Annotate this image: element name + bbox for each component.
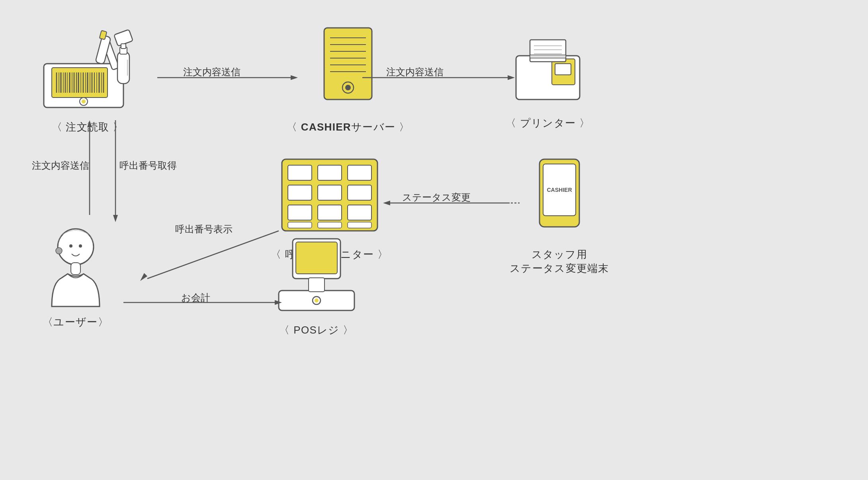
arrow-label-monitor-user: 呼出番号表示 (175, 223, 233, 236)
arrow-label-user-pos: お会計 (181, 291, 210, 304)
printer-label: 〈 プリンター 〉 (506, 116, 590, 130)
svg-line-89 (147, 231, 279, 279)
arrow-label-terminal-monitor: ステータス変更 (402, 191, 471, 204)
arrow-label-up: 注文内容送信 (32, 159, 89, 172)
staff-terminal-icon: CASHIER (526, 155, 593, 243)
svg-rect-32 (121, 44, 126, 49)
svg-rect-59 (318, 205, 342, 220)
arrow-label-scanner-server: 注文内容送信 (183, 66, 240, 78)
svg-point-77 (315, 299, 319, 302)
svg-point-42 (345, 85, 351, 90)
printer-node: 〈 プリンター 〉 (506, 24, 590, 130)
svg-rect-55 (288, 185, 312, 200)
svg-rect-45 (555, 64, 571, 75)
scanner-node: 〈 注文読取 〉 (32, 20, 143, 134)
user-label: 〈ユーザー〉 (43, 315, 109, 329)
svg-rect-75 (309, 278, 325, 292)
staff-terminal-node: CASHIER スタッフ用 ステータス変更端末 (510, 155, 609, 275)
svg-point-25 (82, 100, 86, 103)
svg-rect-56 (318, 185, 342, 200)
svg-rect-74 (296, 242, 337, 274)
svg-rect-57 (348, 185, 371, 200)
svg-rect-62 (318, 222, 342, 228)
svg-marker-90 (140, 273, 147, 281)
svg-rect-60 (348, 205, 371, 220)
scanner-label: 〈 注文読取 〉 (52, 120, 124, 134)
user-node: 〈ユーザー〉 (32, 223, 119, 329)
pos-label: 〈 POSレジ 〉 (279, 323, 354, 337)
cashier-server-icon (312, 20, 384, 115)
svg-rect-50 (530, 55, 566, 58)
pos-icon (271, 231, 362, 318)
diagram: 〈 注文読取 〉 〈 CASHIERサーバー 〉 (0, 0, 868, 480)
staff-terminal-label: スタッフ用 ステータス変更端末 (510, 248, 609, 275)
svg-rect-52 (288, 165, 312, 180)
svg-point-69 (69, 244, 72, 248)
svg-marker-88 (113, 215, 118, 222)
arrow-label-down: 呼出番号取得 (119, 159, 177, 172)
user-icon (32, 223, 119, 310)
scanner-icon (32, 20, 143, 115)
svg-point-70 (79, 244, 82, 248)
svg-rect-53 (318, 165, 342, 180)
arrow-label-server-printer: 注文内容送信 (386, 66, 444, 78)
cashier-server-label: 〈 CASHIERサーバー 〉 (287, 120, 410, 134)
svg-rect-63 (348, 222, 371, 228)
svg-rect-54 (348, 165, 371, 180)
call-monitor-icon (278, 155, 381, 243)
svg-rect-71 (71, 263, 80, 275)
pos-node: 〈 POSレジ 〉 (271, 231, 362, 337)
svg-point-68 (56, 248, 62, 254)
svg-rect-61 (288, 222, 312, 228)
printer-icon (508, 24, 588, 111)
svg-text:CASHIER: CASHIER (547, 187, 572, 193)
svg-rect-58 (288, 205, 312, 220)
